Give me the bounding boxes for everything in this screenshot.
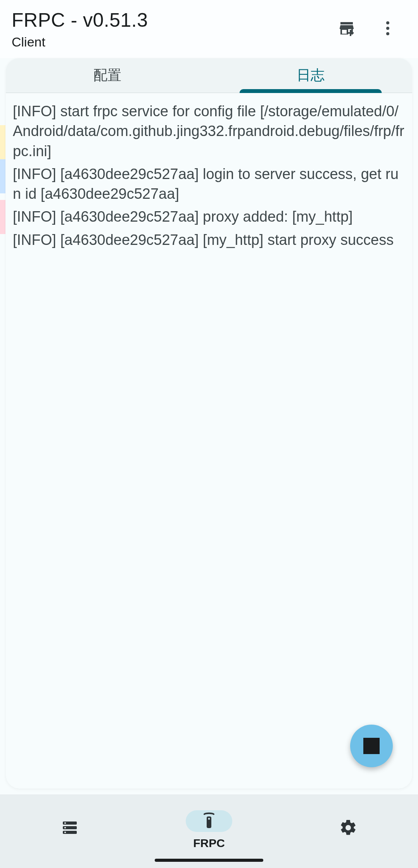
nav-item-frpc[interactable]: FRPC — [139, 807, 278, 853]
stop-fab[interactable] — [350, 725, 393, 767]
tab-config[interactable]: 配置 — [6, 58, 209, 93]
edge-accent-yellow — [0, 125, 5, 159]
tab-bar: 配置 日志 — [6, 58, 412, 93]
svg-rect-7 — [64, 827, 66, 828]
remote-icon — [200, 812, 218, 830]
svg-rect-8 — [64, 832, 66, 833]
edge-accent-blue — [0, 159, 5, 193]
stop-icon — [363, 738, 380, 754]
app-subtitle: Client — [12, 34, 148, 50]
svg-point-0 — [386, 21, 389, 24]
main-card: 配置 日志 [INFO] start frpc service for conf… — [6, 58, 412, 789]
nav-item-server[interactable] — [0, 807, 139, 853]
store-add-icon — [337, 19, 356, 39]
log-line: [INFO] [a4630dee29c527aa] proxy added: [… — [13, 207, 405, 227]
more-options-button[interactable] — [369, 10, 406, 48]
svg-point-1 — [386, 27, 389, 30]
header-titles: FRPC - v0.51.3 Client — [12, 9, 148, 50]
gear-icon — [339, 818, 358, 837]
app-title: FRPC - v0.51.3 — [12, 9, 148, 31]
tab-log-label: 日志 — [297, 66, 325, 85]
svg-rect-6 — [64, 822, 66, 823]
nav-item-settings[interactable] — [279, 807, 418, 853]
app-header: FRPC - v0.51.3 Client — [0, 0, 418, 58]
log-line: [INFO] start frpc service for config fil… — [13, 102, 405, 161]
server-icon — [60, 818, 79, 837]
log-line: [INFO] [a4630dee29c527aa] login to serve… — [13, 164, 405, 204]
bottom-nav: FRPC — [0, 794, 418, 868]
tab-log[interactable]: 日志 — [209, 58, 412, 93]
add-store-button[interactable] — [328, 10, 365, 48]
svg-point-10 — [208, 818, 210, 820]
tab-indicator — [240, 89, 382, 93]
more-vert-icon — [378, 19, 397, 39]
edge-accent-pink — [0, 200, 5, 234]
tab-config-label: 配置 — [93, 66, 121, 85]
gesture-bar — [155, 859, 263, 862]
log-line: [INFO] [a4630dee29c527aa] [my_http] star… — [13, 230, 405, 250]
nav-label-frpc: FRPC — [193, 837, 225, 850]
log-output[interactable]: [INFO] start frpc service for config fil… — [6, 93, 412, 789]
svg-point-2 — [386, 32, 389, 35]
